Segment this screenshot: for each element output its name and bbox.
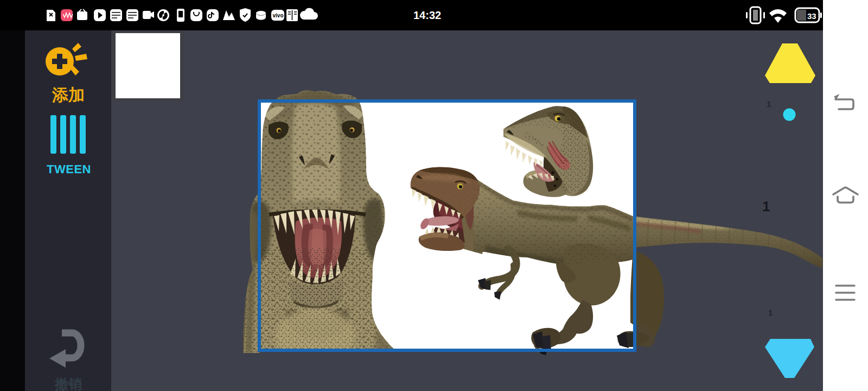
svg-text:1: 1 <box>767 99 771 109</box>
svg-text:33: 33 <box>807 11 816 21</box>
svg-text:1: 1 <box>762 198 770 215</box>
svg-text:TWEEN: TWEEN <box>47 162 91 176</box>
svg-text:14:32: 14:32 <box>413 9 441 21</box>
svg-text:撤销: 撤销 <box>54 376 82 391</box>
svg-text:添加: 添加 <box>52 86 85 104</box>
svg-text:vivo: vivo <box>273 12 284 18</box>
svg-text:1: 1 <box>768 308 773 317</box>
